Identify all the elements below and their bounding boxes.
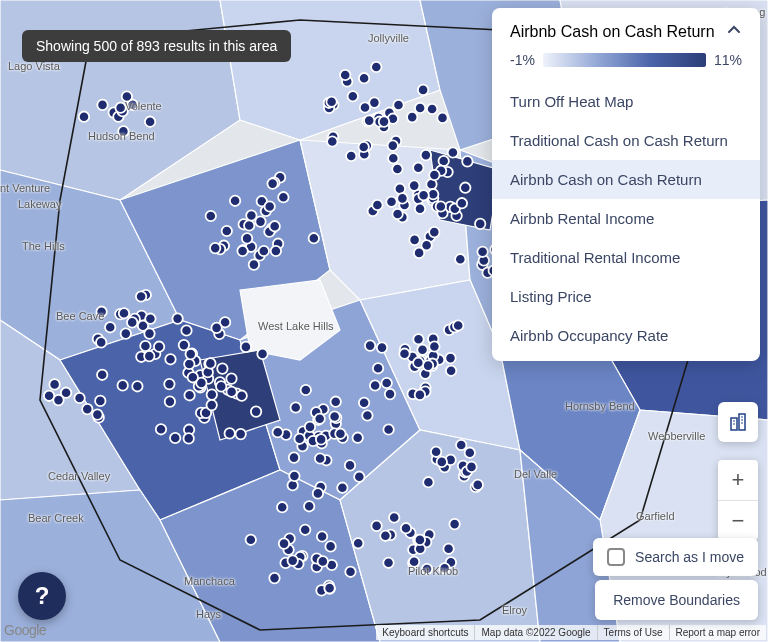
map-marker[interactable]: [257, 349, 267, 359]
map-marker[interactable]: [92, 409, 102, 419]
keyboard-shortcuts-link[interactable]: Keyboard shortcuts: [376, 625, 474, 640]
map-marker[interactable]: [413, 334, 423, 344]
map-marker[interactable]: [429, 341, 439, 351]
map-marker[interactable]: [267, 178, 277, 188]
map-marker[interactable]: [300, 525, 310, 535]
map-marker[interactable]: [415, 535, 425, 545]
map-marker[interactable]: [246, 210, 256, 220]
map-marker[interactable]: [364, 115, 374, 125]
map-marker[interactable]: [270, 221, 280, 231]
map-marker[interactable]: [329, 411, 339, 421]
map-marker[interactable]: [395, 184, 405, 194]
map-marker[interactable]: [165, 396, 175, 406]
map-marker[interactable]: [409, 235, 419, 245]
map-marker[interactable]: [179, 340, 189, 350]
map-marker[interactable]: [170, 433, 180, 443]
map-marker[interactable]: [337, 483, 347, 493]
map-marker[interactable]: [118, 380, 128, 390]
map-marker[interactable]: [362, 410, 372, 420]
map-marker[interactable]: [226, 387, 236, 397]
zoom-in-button[interactable]: +: [718, 460, 758, 500]
map-marker[interactable]: [145, 314, 155, 324]
map-marker[interactable]: [431, 447, 441, 457]
map-marker[interactable]: [457, 198, 467, 208]
map-marker[interactable]: [407, 112, 417, 122]
map-marker[interactable]: [181, 325, 191, 335]
map-marker[interactable]: [348, 91, 358, 101]
map-marker[interactable]: [122, 91, 132, 101]
map-marker[interactable]: [222, 226, 232, 236]
map-marker[interactable]: [289, 471, 299, 481]
map-marker[interactable]: [345, 567, 355, 577]
map-marker[interactable]: [382, 378, 392, 388]
map-marker[interactable]: [273, 427, 283, 437]
map-marker[interactable]: [225, 428, 235, 438]
map-marker[interactable]: [335, 429, 345, 439]
map-marker[interactable]: [353, 538, 363, 548]
map-marker[interactable]: [172, 313, 182, 323]
map-marker[interactable]: [346, 151, 356, 161]
map-marker[interactable]: [455, 254, 465, 264]
map-marker[interactable]: [473, 480, 483, 490]
map-marker[interactable]: [421, 150, 431, 160]
map-marker[interactable]: [271, 246, 281, 256]
map-marker[interactable]: [313, 488, 323, 498]
map-marker[interactable]: [304, 501, 314, 511]
map-marker[interactable]: [74, 393, 84, 403]
map-marker[interactable]: [96, 307, 106, 317]
map-marker[interactable]: [383, 424, 393, 434]
map-marker[interactable]: [392, 164, 402, 174]
map-marker[interactable]: [278, 192, 288, 202]
map-marker[interactable]: [132, 381, 142, 391]
map-marker[interactable]: [359, 73, 369, 83]
map-marker[interactable]: [460, 183, 470, 193]
map-marker[interactable]: [418, 190, 428, 200]
map-marker[interactable]: [413, 163, 423, 173]
map-marker[interactable]: [380, 531, 390, 541]
map-marker[interactable]: [317, 531, 327, 541]
map-marker[interactable]: [291, 402, 301, 412]
map-marker[interactable]: [446, 366, 456, 376]
map-marker[interactable]: [409, 557, 419, 567]
map-marker[interactable]: [144, 328, 154, 338]
map-marker[interactable]: [354, 472, 364, 482]
map-marker[interactable]: [316, 434, 326, 444]
map-marker[interactable]: [82, 404, 92, 414]
map-marker[interactable]: [475, 219, 485, 229]
map-marker[interactable]: [277, 502, 287, 512]
map-marker[interactable]: [453, 320, 463, 330]
map-marker[interactable]: [115, 103, 125, 113]
map-marker[interactable]: [119, 308, 129, 318]
map-marker[interactable]: [184, 433, 194, 443]
heatmap-option[interactable]: Traditional Cash on Cash Return: [492, 121, 760, 160]
map-marker[interactable]: [127, 317, 137, 327]
map-marker[interactable]: [237, 391, 247, 401]
map-marker[interactable]: [436, 201, 446, 211]
heatmap-option[interactable]: Turn Off Heat Map: [492, 82, 760, 121]
map-marker[interactable]: [49, 379, 59, 389]
map-marker[interactable]: [118, 126, 128, 136]
map-marker[interactable]: [429, 170, 439, 180]
map-marker[interactable]: [140, 341, 150, 351]
map-marker[interactable]: [121, 328, 131, 338]
map-marker[interactable]: [377, 342, 387, 352]
map-marker[interactable]: [105, 322, 115, 332]
map-marker[interactable]: [156, 424, 166, 434]
map-marker[interactable]: [226, 373, 236, 383]
map-marker[interactable]: [415, 390, 425, 400]
map-marker[interactable]: [413, 358, 423, 368]
remove-boundaries-button[interactable]: Remove Boundaries: [595, 580, 758, 620]
heatmap-option[interactable]: Airbnb Cash on Cash Return: [492, 160, 760, 199]
map-marker[interactable]: [207, 400, 217, 410]
map-marker[interactable]: [315, 414, 325, 424]
map-marker[interactable]: [230, 196, 240, 206]
map-marker[interactable]: [244, 220, 254, 230]
map-marker[interactable]: [370, 380, 380, 390]
map-marker[interactable]: [210, 243, 220, 253]
map-marker[interactable]: [305, 422, 315, 432]
map-marker[interactable]: [392, 209, 402, 219]
map-marker[interactable]: [217, 363, 227, 373]
map-marker[interactable]: [353, 433, 363, 443]
map-marker[interactable]: [325, 541, 335, 551]
map-marker[interactable]: [241, 342, 251, 352]
